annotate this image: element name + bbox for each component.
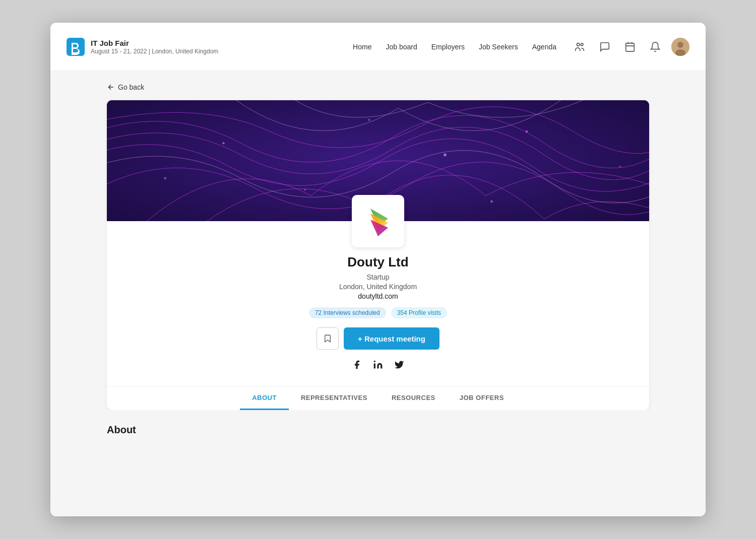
tab-resources[interactable]: RESOURCES	[380, 387, 448, 410]
nav-icons	[571, 38, 689, 56]
company-card: Douty Ltd Startup London, United Kingdom…	[107, 100, 649, 410]
linkedin-link[interactable]	[373, 360, 383, 372]
bell-icon[interactable]	[646, 38, 664, 56]
brand-logo-icon	[67, 38, 85, 56]
go-back-label: Go back	[118, 83, 144, 91]
bookmark-icon	[323, 334, 332, 343]
facebook-link[interactable]	[352, 360, 362, 372]
interviews-stat-badge: 72 Interviews scheduled	[309, 307, 386, 318]
nav-link-employers[interactable]: Employers	[431, 43, 465, 51]
social-links	[117, 360, 639, 372]
twitter-link[interactable]	[394, 360, 404, 372]
company-logo-icon	[360, 204, 396, 239]
page-container: Go back	[91, 71, 665, 410]
go-back-link[interactable]: Go back	[107, 83, 649, 91]
about-heading: About	[107, 424, 649, 436]
tab-about[interactable]: ABOUT	[240, 387, 289, 410]
main-content: Go back	[50, 71, 706, 516]
bookmark-button[interactable]	[317, 327, 339, 350]
people-icon[interactable]	[571, 38, 589, 56]
company-name: Douty Ltd	[117, 254, 639, 270]
calendar-icon[interactable]	[621, 38, 639, 56]
svg-point-15	[619, 166, 620, 167]
tab-representatives[interactable]: REPRESENTATIVES	[289, 387, 380, 410]
about-section: About	[50, 410, 706, 466]
svg-point-14	[526, 130, 528, 133]
svg-point-8	[677, 42, 683, 48]
company-location: London, United Kingdom	[117, 283, 639, 291]
tab-job-offers[interactable]: JOB OFFERS	[448, 387, 516, 410]
chat-icon[interactable]	[596, 38, 614, 56]
svg-point-12	[368, 119, 370, 120]
company-website[interactable]: doutyltd.com	[117, 292, 639, 300]
svg-point-2	[581, 43, 583, 46]
company-logo	[352, 195, 404, 247]
nav-brand: IT Job Fair August 15 - 21, 2022 | Londo…	[67, 38, 218, 56]
request-meeting-button[interactable]: + Request meeting	[344, 327, 439, 350]
profile-visits-stat-badge: 354 Profile visits	[391, 307, 447, 318]
nav-link-agenda[interactable]: Agenda	[532, 43, 556, 51]
svg-point-1	[577, 43, 580, 46]
svg-rect-19	[374, 364, 375, 369]
brand-text: IT Job Fair August 15 - 21, 2022 | Londo…	[91, 39, 218, 55]
svg-point-20	[374, 361, 375, 362]
svg-point-11	[222, 142, 225, 145]
twitter-icon	[394, 360, 404, 370]
nav-links: Home Job board Employers Job Seekers Age…	[353, 43, 556, 51]
about-content: About	[91, 410, 665, 450]
svg-point-16	[164, 177, 166, 179]
user-avatar[interactable]	[671, 38, 689, 56]
nav-link-jobboard[interactable]: Job board	[386, 43, 417, 51]
svg-point-13	[444, 154, 447, 157]
company-actions: + Request meeting	[117, 327, 639, 350]
company-stats: 72 Interviews scheduled 354 Profile visi…	[117, 307, 639, 318]
navbar: IT Job Fair August 15 - 21, 2022 | Londo…	[50, 23, 706, 71]
facebook-icon	[352, 360, 362, 370]
event-date: August 15 - 21, 2022 | London, United Ki…	[91, 48, 218, 55]
nav-link-jobseekers[interactable]: Job Seekers	[479, 43, 518, 51]
company-tabs: ABOUT REPRESENTATIVES RESOURCES JOB OFFE…	[107, 386, 649, 410]
company-logo-wrapper	[107, 195, 649, 247]
linkedin-icon	[373, 360, 383, 370]
nav-link-home[interactable]: Home	[353, 43, 371, 51]
svg-rect-3	[626, 43, 635, 51]
event-title: IT Job Fair	[91, 39, 218, 48]
svg-point-17	[304, 189, 306, 190]
browser-window: IT Job Fair August 15 - 21, 2022 | Londo…	[50, 23, 706, 516]
arrow-left-icon	[107, 83, 115, 91]
company-type: Startup	[117, 273, 639, 281]
company-info: Douty Ltd Startup London, United Kingdom…	[107, 247, 649, 372]
